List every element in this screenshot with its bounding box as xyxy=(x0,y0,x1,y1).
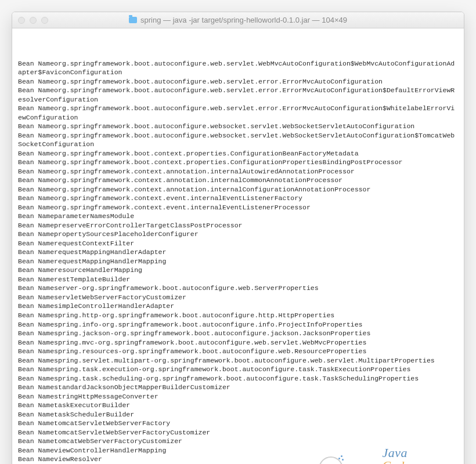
terminal-line: Bean Nameorg.springframework.boot.autoco… xyxy=(18,131,458,149)
terminal-line: Bean Nameorg.springframework.context.ann… xyxy=(18,167,458,176)
terminal-line: Bean NamerequestMappingHandlerMapping xyxy=(18,257,458,266)
terminal-line: Bean Namespring.resources-org.springfram… xyxy=(18,347,458,356)
terminal-line: Bean Nameorg.springframework.boot.autoco… xyxy=(18,104,458,122)
terminal-line: Bean NamesimpleControllerHandlerAdapter xyxy=(18,302,458,311)
terminal-line: Bean NameresourceHandlerMapping xyxy=(18,266,458,275)
terminal-line: Bean NameparameterNamesModule xyxy=(18,212,458,221)
watermark-circle-icon: JCG xyxy=(319,456,343,464)
traffic-lights xyxy=(18,17,48,24)
terminal-line: Bean Nameorg.springframework.context.eve… xyxy=(18,203,458,212)
terminal-line: Bean NamerequestMappingHandlerAdapter xyxy=(18,248,458,257)
terminal-line: Bean Nameorg.springframework.boot.autoco… xyxy=(18,59,458,77)
terminal-line: Bean Nameorg.springframework.context.ann… xyxy=(18,185,458,194)
watermark-logo: JCG Java Code Geeks JAVA 2 JAVA DEVELOPE… xyxy=(319,434,453,464)
watermark-dots-icon xyxy=(338,455,344,461)
terminal-line: Bean Nameserver-org.springframework.boot… xyxy=(18,284,458,293)
terminal-line: Bean Nameorg.springframework.boot.autoco… xyxy=(18,86,458,104)
terminal-line: Bean Namespring.http-org.springframework… xyxy=(18,311,458,320)
terminal-line: Bean NametaskSchedulerBuilder xyxy=(18,410,458,419)
titlebar[interactable]: spring — java -jar target/spring-hellowo… xyxy=(12,12,464,28)
terminal-window: spring — java -jar target/spring-hellowo… xyxy=(12,12,464,464)
watermark-text: Java Code Geeks JAVA 2 JAVA DEVELOPERS R… xyxy=(348,434,453,464)
watermark-code: Code xyxy=(383,458,410,464)
terminal-line: Bean Nameorg.springframework.boot.autoco… xyxy=(18,77,458,86)
close-button[interactable] xyxy=(18,17,25,24)
terminal-output[interactable]: Bean Nameorg.springframework.boot.autoco… xyxy=(12,28,464,464)
terminal-line: Bean Nameorg.springframework.context.ann… xyxy=(18,176,458,185)
terminal-line: Bean NamepreserveErrorControllerTargetCl… xyxy=(18,221,458,230)
terminal-line: Bean Namespring.info-org.springframework… xyxy=(18,320,458,329)
terminal-line: Bean Nameorg.springframework.boot.autoco… xyxy=(18,122,458,131)
terminal-line: Bean Nameorg.springframework.boot.contex… xyxy=(18,149,458,158)
terminal-line: Bean NamerequestContextFilter xyxy=(18,239,458,248)
minimize-button[interactable] xyxy=(30,17,37,24)
terminal-line: Bean Nameorg.springframework.context.eve… xyxy=(18,194,458,203)
window-title: spring — java -jar target/spring-hellowo… xyxy=(12,16,464,24)
zoom-button[interactable] xyxy=(41,17,48,24)
terminal-line: Bean Namespring.task.scheduling-org.spri… xyxy=(18,374,458,383)
terminal-line: Bean NametaskExecutorBuilder xyxy=(18,401,458,410)
terminal-line: Bean NamerestTemplateBuilder xyxy=(18,275,458,284)
terminal-line: Bean Namespring.jackson-org.springframew… xyxy=(18,329,458,338)
window-title-text: spring — java -jar target/spring-hellowo… xyxy=(140,16,347,24)
folder-icon xyxy=(129,17,137,23)
terminal-line: Bean Nameorg.springframework.boot.contex… xyxy=(18,158,458,167)
terminal-line: Bean NametomcatServletWebServerFactory xyxy=(18,419,458,428)
terminal-line: Bean Namespring.servlet.multipart-org.sp… xyxy=(18,356,458,365)
terminal-line: Bean NamestandardJacksonObjectMapperBuil… xyxy=(18,383,458,392)
terminal-line: Bean Namespring.mvc-org.springframework.… xyxy=(18,338,458,347)
watermark-main: Java Code Geeks xyxy=(348,434,453,464)
terminal-line: Bean NamepropertySourcesPlaceholderConfi… xyxy=(18,230,458,239)
terminal-line: Bean NamestringHttpMessageConverter xyxy=(18,392,458,401)
terminal-line: Bean Namespring.task.execution-org.sprin… xyxy=(18,365,458,374)
terminal-line: Bean NameservletWebServerFactoryCustomiz… xyxy=(18,293,458,302)
